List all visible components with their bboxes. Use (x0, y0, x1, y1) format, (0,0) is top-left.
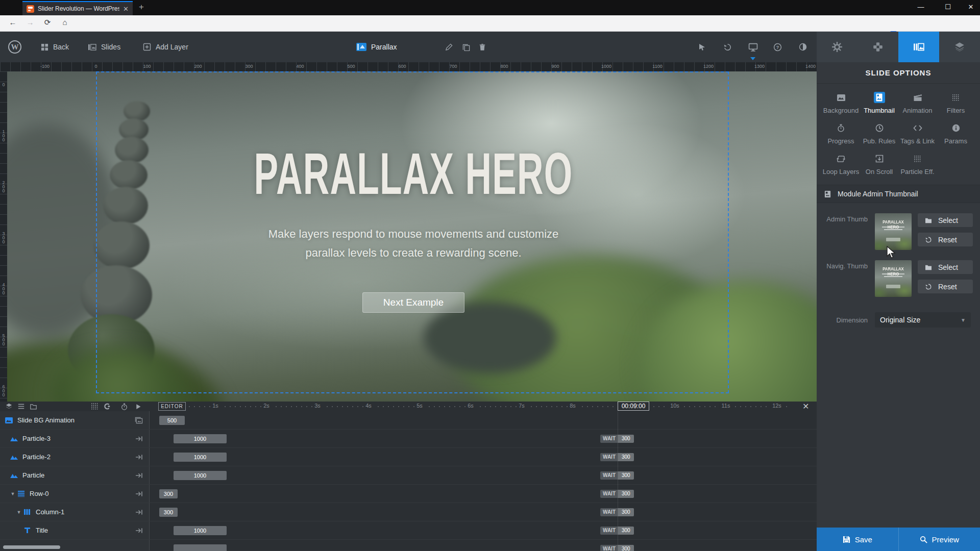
layer-name-pane[interactable]: Slide BG Animation (0, 411, 150, 429)
timeline-playhead[interactable] (618, 411, 618, 551)
slide-option-thumbnail[interactable]: Thumbnail (860, 92, 898, 114)
layer-name-pane[interactable]: Particle (0, 466, 150, 484)
new-tab-button[interactable]: + (139, 2, 144, 12)
slide-option-progress[interactable]: Progress (822, 122, 860, 145)
timeline-close-icon[interactable]: ✕ (802, 402, 809, 411)
quick-actions-pointer-icon[interactable] (693, 32, 710, 62)
current-slide-selector[interactable]: Parallax (356, 32, 397, 62)
layer-name-pane[interactable]: Particle-2 (0, 448, 150, 466)
timeline-row[interactable]: ▼Column-1300WAIT300 (0, 503, 817, 521)
back-button[interactable]: Back (41, 32, 69, 62)
undo-history-icon[interactable] (719, 32, 736, 62)
next-example-button[interactable]: Next Example (362, 292, 464, 313)
save-button[interactable]: Save (817, 528, 898, 551)
hero-title-layer[interactable]: PARALLAX HERO (254, 140, 573, 207)
edit-slide-icon[interactable] (440, 32, 457, 62)
layer-wait-badge[interactable]: WAIT300 (600, 435, 634, 443)
slide-option-filters[interactable]: Filters (937, 92, 975, 114)
slide-option-background[interactable]: Background (822, 92, 860, 114)
forward-nav-icon[interactable]: → (24, 18, 36, 27)
add-layer-button[interactable]: Add Layer (143, 32, 188, 62)
wordpress-logo[interactable]: W (8, 32, 21, 62)
hero-subtitle-layer[interactable]: Make layers respond to mouse movements a… (194, 224, 633, 262)
browser-tab[interactable]: Slider Revolution — WordPress ✕ (22, 1, 133, 15)
layer-name-pane[interactable]: ▼Column-1 (0, 503, 150, 521)
duplicate-slide-icon[interactable] (457, 32, 475, 62)
layer-wait-badge[interactable]: WAIT300 (600, 490, 634, 498)
admin-thumb-reset-button[interactable]: Reset (918, 233, 973, 246)
layer-wait-badge[interactable]: WAIT300 (600, 453, 634, 461)
admin-thumb-image[interactable]: PARALLAX HERO (875, 213, 912, 250)
slides-button[interactable]: Slides (88, 32, 120, 62)
slide-option-tags-link[interactable]: Tags & Link (898, 122, 937, 145)
skip-end-icon[interactable] (135, 485, 143, 503)
tile-module-settings[interactable] (817, 32, 857, 62)
home-icon[interactable]: ⌂ (59, 18, 70, 27)
slide-option-animation[interactable]: Animation (898, 92, 937, 114)
layer-wait-badge[interactable]: WAIT300 (600, 545, 634, 551)
preview-button[interactable]: Preview (898, 528, 980, 551)
slide-option-particle-eff[interactable]: Particle Eff. (898, 153, 937, 176)
navig-thumb-reset-button[interactable]: Reset (918, 280, 973, 293)
expand-caret-icon[interactable]: ▼ (9, 491, 16, 496)
timeline-row-partial[interactable]: WAIT300 (0, 540, 817, 551)
timeline-layers-icon[interactable] (4, 402, 13, 411)
timeline-play-icon[interactable] (134, 402, 143, 411)
slide-option-pub-rules[interactable]: Pub. Rules (860, 122, 898, 145)
slide-canvas[interactable]: -100010020030040050060070080090010001100… (0, 62, 817, 402)
back-nav-icon[interactable]: ← (7, 18, 18, 27)
tile-slide-options[interactable] (898, 32, 939, 62)
layer-wait-badge[interactable]: WAIT300 (600, 527, 634, 535)
skip-end-icon[interactable] (135, 503, 143, 521)
module-admin-thumbnail-header[interactable]: Module Admin Thumbnail (817, 185, 980, 203)
timeline-row[interactable]: Particle1000WAIT300 (0, 466, 817, 485)
timeline-row[interactable]: Particle-31000WAIT300 (0, 430, 817, 448)
tile-addons[interactable] (857, 32, 898, 62)
timeline-horizontal-scrollbar[interactable] (3, 545, 60, 549)
layer-name-pane[interactable]: Particle-3 (0, 430, 150, 447)
layer-duration-bar[interactable]: 500 (159, 416, 185, 425)
skip-end-icon[interactable] (135, 521, 143, 540)
window-minimize-button[interactable]: — (916, 3, 925, 11)
timeline-row[interactable]: Title1000WAIT300 (0, 521, 817, 540)
help-icon[interactable]: ? (769, 32, 786, 62)
skip-end-icon[interactable] (135, 448, 143, 466)
timeline-row[interactable]: ▼Row-0300WAIT300 (0, 485, 817, 503)
editor-mode-button[interactable]: EDITOR (158, 402, 186, 411)
timeline-folder-icon[interactable] (29, 402, 38, 411)
navig-thumb-image[interactable]: PARALLAX HERO (875, 260, 912, 297)
window-close-button[interactable]: ✕ (966, 3, 975, 11)
timeline-snap-magnet-icon[interactable] (102, 402, 111, 411)
timeline-row[interactable]: Slide BG Animation500 (0, 411, 817, 430)
layer-duration-bar[interactable]: 1000 (174, 471, 227, 480)
timeline-row[interactable]: Particle-21000WAIT300 (0, 448, 817, 466)
layer-wait-badge[interactable]: WAIT300 (600, 508, 634, 516)
slide-option-on-scroll[interactable]: On Scroll (860, 153, 898, 176)
layer-duration-bar[interactable]: 1000 (174, 453, 227, 462)
refresh-icon[interactable]: ⟳ (42, 18, 53, 27)
layer-name-pane[interactable]: Title (0, 521, 150, 539)
layer-duration-bar[interactable]: 300 (159, 508, 178, 517)
tab-close-icon[interactable]: ✕ (123, 5, 129, 13)
skip-end-icon[interactable] (135, 430, 143, 448)
dimension-select[interactable]: Original Size ▼ (875, 312, 971, 328)
skip-end-icon[interactable] (135, 466, 143, 485)
timeline-current-time[interactable]: 00:09:00 (618, 402, 649, 411)
admin-thumb-select-button[interactable]: Select (918, 213, 973, 227)
tile-layer-options[interactable] (939, 32, 980, 62)
layer-duration-bar[interactable]: 1000 (174, 434, 227, 443)
expand-caret-icon[interactable]: ▼ (15, 510, 22, 515)
slide-option-loop-layers[interactable]: Loop Layers (822, 153, 860, 176)
layer-duration-bar[interactable]: 1000 (174, 526, 227, 535)
frames-icon[interactable] (135, 411, 143, 430)
layer-name-pane[interactable]: ▼Row-0 (0, 485, 150, 503)
delete-slide-icon[interactable] (474, 32, 491, 62)
contrast-icon[interactable] (794, 32, 812, 62)
slide-option-params[interactable]: Params (937, 122, 975, 145)
timeline-grid-icon[interactable] (90, 402, 99, 411)
layer-duration-bar[interactable]: 300 (159, 489, 178, 498)
layer-duration-bar[interactable] (174, 544, 227, 551)
timeline-list-icon[interactable] (16, 402, 26, 411)
layer-wait-badge[interactable]: WAIT300 (600, 471, 634, 480)
window-maximize-button[interactable]: ☐ (943, 3, 952, 11)
